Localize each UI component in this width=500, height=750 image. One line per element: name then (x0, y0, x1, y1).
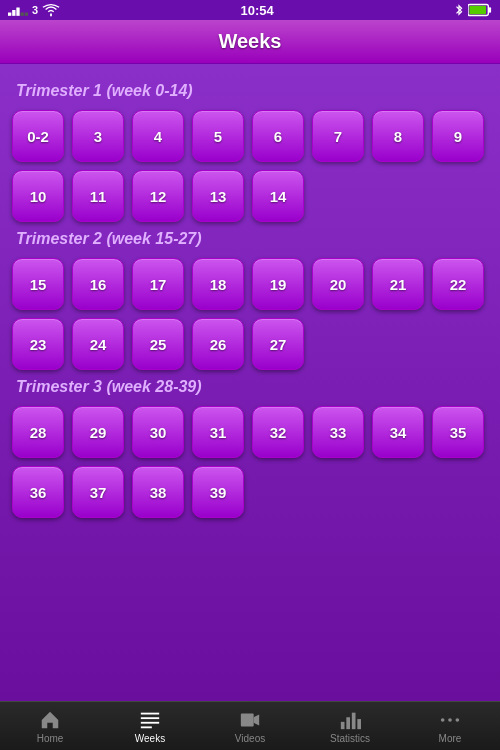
trimester-1-label: Trimester 1 (week 0-14) (16, 82, 488, 100)
week-button-23[interactable]: 23 (12, 318, 64, 370)
svg-rect-6 (489, 7, 491, 13)
week-button-13[interactable]: 13 (192, 170, 244, 222)
status-bar: 3 10:54 (0, 0, 500, 20)
week-button-33[interactable]: 33 (312, 406, 364, 458)
week-button-17[interactable]: 17 (132, 258, 184, 310)
week-button-28[interactable]: 28 (12, 406, 64, 458)
svg-rect-1 (12, 10, 15, 16)
trimester-3-label: Trimester 3 (week 28-39) (16, 378, 488, 396)
week-button-4[interactable]: 4 (132, 110, 184, 162)
content-area: Trimester 1 (week 0-14)0-234567891011121… (0, 64, 500, 701)
week-button-22[interactable]: 22 (432, 258, 484, 310)
week-button-29[interactable]: 29 (72, 406, 124, 458)
svg-rect-4 (25, 13, 28, 16)
svg-rect-10 (141, 721, 159, 723)
week-button-15[interactable]: 15 (12, 258, 64, 310)
page-header: Weeks (0, 20, 500, 64)
tab-videos-label: Videos (235, 733, 265, 744)
week-button-14[interactable]: 14 (252, 170, 304, 222)
week-button-21[interactable]: 21 (372, 258, 424, 310)
tab-videos[interactable]: Videos (200, 702, 300, 750)
tab-home-label: Home (37, 733, 64, 744)
tab-more[interactable]: More (400, 702, 500, 750)
svg-rect-7 (469, 6, 486, 14)
tab-more-label: More (439, 733, 462, 744)
week-button-0-2[interactable]: 0-2 (12, 110, 64, 162)
week-button-38[interactable]: 38 (132, 466, 184, 518)
trimester-2-grid: 15161718192021222324252627 (12, 258, 488, 370)
week-button-20[interactable]: 20 (312, 258, 364, 310)
svg-rect-8 (141, 712, 159, 714)
tab-statistics[interactable]: Statistics (300, 702, 400, 750)
week-button-16[interactable]: 16 (72, 258, 124, 310)
status-right (454, 2, 492, 18)
week-button-6[interactable]: 6 (252, 110, 304, 162)
svg-rect-17 (357, 719, 361, 729)
week-button-26[interactable]: 26 (192, 318, 244, 370)
status-time: 10:54 (240, 3, 273, 18)
svg-point-19 (448, 718, 452, 722)
tab-statistics-label: Statistics (330, 733, 370, 744)
trimester-2-label: Trimester 2 (week 15-27) (16, 230, 488, 248)
svg-rect-2 (16, 8, 19, 16)
trimester-3-grid: 282930313233343536373839 (12, 406, 488, 518)
week-button-9[interactable]: 9 (432, 110, 484, 162)
week-button-24[interactable]: 24 (72, 318, 124, 370)
tab-bar: Home Weeks Videos Statistics (0, 701, 500, 750)
svg-rect-11 (141, 726, 152, 728)
svg-rect-14 (341, 721, 345, 728)
svg-rect-16 (352, 712, 356, 729)
trimester-1-grid: 0-234567891011121314 (12, 110, 488, 222)
week-button-25[interactable]: 25 (132, 318, 184, 370)
svg-rect-12 (241, 713, 254, 726)
week-button-27[interactable]: 27 (252, 318, 304, 370)
svg-marker-13 (254, 714, 259, 725)
week-button-19[interactable]: 19 (252, 258, 304, 310)
week-button-32[interactable]: 32 (252, 406, 304, 458)
tab-weeks[interactable]: Weeks (100, 702, 200, 750)
week-button-12[interactable]: 12 (132, 170, 184, 222)
svg-rect-15 (346, 717, 350, 729)
tab-home[interactable]: Home (0, 702, 100, 750)
week-button-31[interactable]: 31 (192, 406, 244, 458)
week-button-5[interactable]: 5 (192, 110, 244, 162)
week-button-37[interactable]: 37 (72, 466, 124, 518)
week-button-3[interactable]: 3 (72, 110, 124, 162)
svg-rect-9 (141, 717, 159, 719)
week-button-30[interactable]: 30 (132, 406, 184, 458)
page-title: Weeks (218, 30, 281, 53)
week-button-18[interactable]: 18 (192, 258, 244, 310)
svg-rect-0 (8, 13, 11, 16)
week-button-7[interactable]: 7 (312, 110, 364, 162)
week-button-8[interactable]: 8 (372, 110, 424, 162)
week-button-10[interactable]: 10 (12, 170, 64, 222)
week-button-34[interactable]: 34 (372, 406, 424, 458)
network-label: 3 (32, 4, 38, 16)
svg-point-18 (441, 718, 445, 722)
week-button-35[interactable]: 35 (432, 406, 484, 458)
tab-weeks-label: Weeks (135, 733, 165, 744)
week-button-39[interactable]: 39 (192, 466, 244, 518)
svg-point-20 (456, 718, 460, 722)
status-left: 3 (8, 3, 60, 17)
week-button-11[interactable]: 11 (72, 170, 124, 222)
week-button-36[interactable]: 36 (12, 466, 64, 518)
svg-rect-3 (21, 13, 24, 16)
